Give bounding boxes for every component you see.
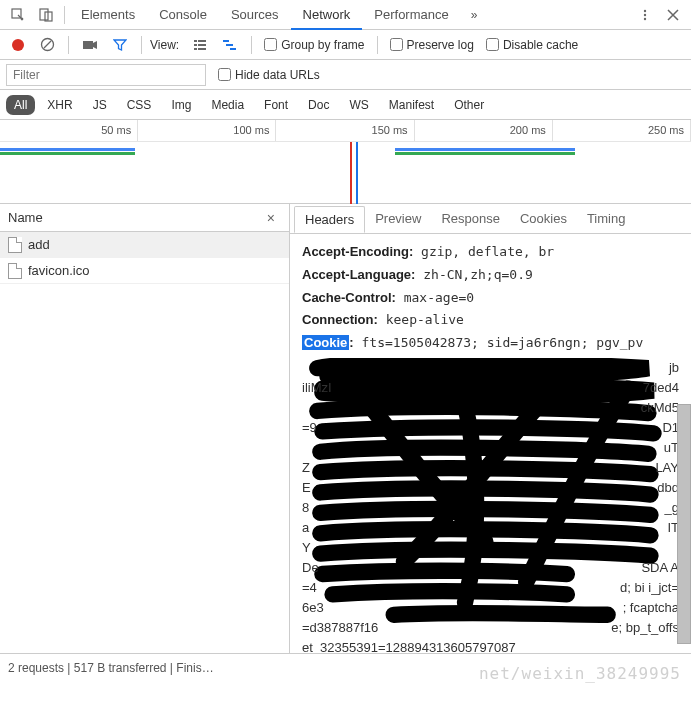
svg-rect-14 [223, 40, 229, 42]
separator [141, 36, 142, 54]
svg-rect-13 [198, 48, 206, 50]
svg-rect-12 [194, 48, 197, 50]
type-css[interactable]: CSS [119, 95, 160, 115]
close-detail-icon[interactable]: × [261, 210, 281, 226]
separator [251, 36, 252, 54]
tabs-overflow-icon[interactable]: » [461, 2, 488, 28]
tick: 50 ms [0, 120, 138, 141]
separator [68, 36, 69, 54]
tab-console[interactable]: Console [147, 1, 219, 28]
type-ws[interactable]: WS [341, 95, 376, 115]
type-js[interactable]: JS [85, 95, 115, 115]
request-row[interactable]: favicon.ico [0, 258, 289, 284]
type-other[interactable]: Other [446, 95, 492, 115]
type-manifest[interactable]: Manifest [381, 95, 442, 115]
tick: 200 ms [415, 120, 553, 141]
svg-rect-8 [194, 40, 197, 42]
status-bar: 2 requests | 517 B transferred | Finis… [0, 653, 691, 681]
svg-rect-11 [198, 44, 206, 46]
hide-data-urls-checkbox[interactable]: Hide data URLs [218, 68, 320, 82]
type-xhr[interactable]: XHR [39, 95, 80, 115]
request-name: favicon.ico [28, 263, 89, 278]
tab-performance[interactable]: Performance [362, 1, 460, 28]
detail-tab-cookies[interactable]: Cookies [510, 205, 577, 232]
large-rows-icon[interactable] [191, 36, 209, 54]
svg-rect-9 [198, 40, 206, 42]
kebab-menu-icon[interactable] [636, 6, 654, 24]
filter-bar: Hide data URLs [0, 60, 691, 90]
header-connection: Connection: keep-alive [302, 310, 679, 331]
headers-body[interactable]: Accept-Encoding: gzip, deflate, br Accep… [290, 234, 691, 653]
header-accept-language: Accept-Language: zh-CN,zh;q=0.9 [302, 265, 679, 286]
tick: 150 ms [276, 120, 414, 141]
scrollbar-thumb[interactable] [677, 404, 691, 644]
request-list-pane: Name × add favicon.ico [0, 204, 290, 653]
detail-tab-headers[interactable]: Headers [294, 206, 365, 233]
network-toolbar: View: Group by frame Preserve log Disabl… [0, 30, 691, 60]
name-column-header[interactable]: Name × [0, 204, 289, 232]
devtools-tab-bar: Elements Console Sources Network Perform… [0, 0, 691, 30]
tab-network[interactable]: Network [291, 1, 363, 30]
group-by-frame-checkbox[interactable]: Group by frame [264, 38, 364, 52]
svg-point-3 [644, 9, 646, 11]
type-media[interactable]: Media [203, 95, 252, 115]
request-row[interactable]: add [0, 232, 289, 258]
filter-input[interactable] [6, 64, 206, 86]
file-icon [8, 263, 22, 279]
svg-rect-16 [230, 48, 236, 50]
type-img[interactable]: Img [163, 95, 199, 115]
request-name: add [28, 237, 50, 252]
type-all[interactable]: All [6, 95, 35, 115]
camera-icon[interactable] [81, 36, 99, 54]
clear-icon[interactable] [38, 36, 56, 54]
file-icon [8, 237, 22, 253]
device-toggle-icon[interactable] [37, 6, 55, 24]
redacted-cookie-body: jb iliMzI 7ded4 ckMd5 =9 D1 uT Z LAY E d… [302, 358, 679, 648]
view-label: View: [150, 38, 179, 52]
detail-tab-response[interactable]: Response [431, 205, 510, 232]
svg-point-5 [644, 17, 646, 19]
tab-elements[interactable]: Elements [69, 1, 147, 28]
tick: 100 ms [138, 120, 276, 141]
request-list[interactable]: add favicon.ico [0, 232, 289, 653]
type-font[interactable]: Font [256, 95, 296, 115]
svg-point-4 [644, 13, 646, 15]
svg-rect-10 [194, 44, 197, 46]
header-accept-encoding: Accept-Encoding: gzip, deflate, br [302, 242, 679, 263]
preserve-log-checkbox[interactable]: Preserve log [390, 38, 474, 52]
inspect-icon[interactable] [9, 6, 27, 24]
detail-tab-preview[interactable]: Preview [365, 205, 431, 232]
tab-sources[interactable]: Sources [219, 1, 291, 28]
svg-rect-15 [226, 44, 233, 46]
close-devtools-icon[interactable] [664, 6, 682, 24]
type-filter-bar: All XHR JS CSS Img Media Font Doc WS Man… [0, 90, 691, 120]
main-panel: Name × add favicon.ico Headers Preview R… [0, 204, 691, 653]
tick: 250 ms [553, 120, 691, 141]
timeline[interactable]: 50 ms 100 ms 150 ms 200 ms 250 ms [0, 120, 691, 204]
status-text: 2 requests | 517 B transferred | Finis… [8, 661, 214, 675]
disable-cache-checkbox[interactable]: Disable cache [486, 38, 578, 52]
detail-tab-timing[interactable]: Timing [577, 205, 636, 232]
waterfall-view-icon[interactable] [221, 36, 239, 54]
svg-rect-1 [40, 9, 48, 20]
header-cookie: Cookie: fts=1505042873; sid=ja6r6ngn; pg… [302, 333, 679, 354]
type-doc[interactable]: Doc [300, 95, 337, 115]
detail-pane: Headers Preview Response Cookies Timing … [290, 204, 691, 653]
record-button[interactable] [12, 39, 24, 51]
detail-tab-bar: Headers Preview Response Cookies Timing [290, 204, 691, 234]
separator [64, 6, 65, 24]
filter-icon[interactable] [111, 36, 129, 54]
header-cache-control: Cache-Control: max-age=0 [302, 288, 679, 309]
svg-rect-7 [83, 41, 93, 49]
separator [377, 36, 378, 54]
